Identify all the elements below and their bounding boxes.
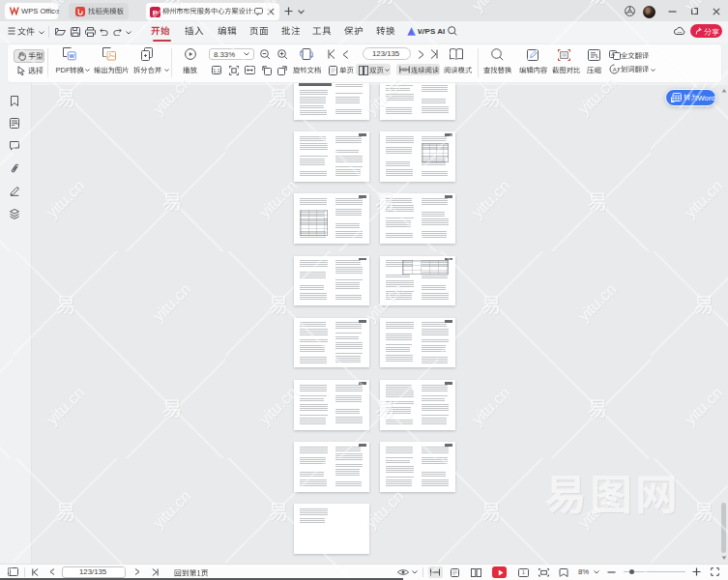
svg-text:1:1: 1:1 bbox=[213, 68, 220, 73]
svg-text:A: A bbox=[613, 67, 617, 72]
svg-text:A: A bbox=[611, 51, 615, 57]
svg-text:1: 1 bbox=[522, 569, 525, 575]
svg-text:W: W bbox=[70, 53, 75, 59]
svg-text:P: P bbox=[153, 8, 159, 16]
